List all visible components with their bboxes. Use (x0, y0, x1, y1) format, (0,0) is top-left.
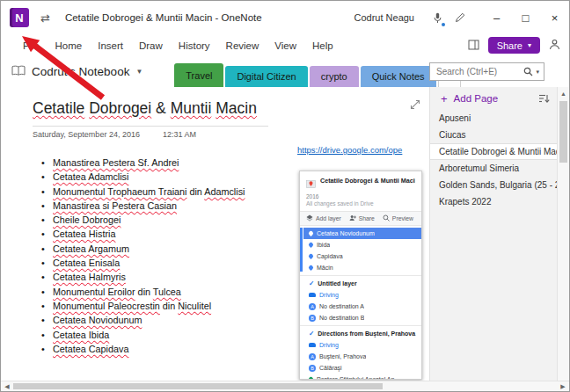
page-date[interactable]: Saturday, September 24, 2016 (33, 130, 140, 139)
list-item[interactable]: •Monumentul Eroilor din Tulcea (40, 285, 245, 299)
page-list-item[interactable]: Krapets 2022 (430, 193, 557, 210)
sort-pages-icon[interactable] (538, 94, 550, 104)
map-layer-header: ✓Directions from Buşteni, Prahova ... (300, 327, 421, 339)
scroll-up-button[interactable]: ▲ (558, 87, 569, 99)
map-layer-list: Cetatea NoviodunumIbidaCapidavaMăcin✓Unt… (300, 226, 421, 380)
menu-review[interactable]: Review (218, 40, 267, 51)
section-tabs: TravelDigital CitizencryptoQuick Notes+ (174, 56, 460, 87)
list-item[interactable]: •Cetatea Noviodunum (40, 313, 245, 327)
share-button[interactable]: Share ▾ (488, 37, 540, 54)
vertical-scrollbar[interactable]: ▲ (557, 87, 569, 381)
bullet-icon: • (40, 342, 47, 356)
chevron-down-icon: ▼ (135, 68, 142, 76)
page-list-item[interactable]: Golden Sands, Bulgaria (25 - 28 m (430, 177, 557, 193)
page-title[interactable]: Cetatile Dobrogei & Muntii Macin (33, 99, 257, 118)
horizontal-scroll-thumb[interactable] (13, 383, 383, 389)
page-list-item[interactable]: Ciucas (430, 127, 557, 143)
map-toolbar-add-layer: Add layer (306, 214, 341, 222)
onenote-logo-icon[interactable]: N (10, 8, 29, 27)
list-item[interactable]: •Monumentul Paleocrestin din Niculitel (40, 299, 245, 313)
page-list-item-selected[interactable]: Cetatile Dobrogei & Muntii Macin (430, 143, 557, 160)
add-page-button[interactable]: + Add Page (430, 87, 557, 110)
share-button-label: Share (497, 40, 522, 51)
checkbox-icon: ✓ (309, 330, 314, 338)
menu-insert[interactable]: Insert (90, 40, 131, 51)
bullet-icon: • (40, 299, 47, 313)
back-forward-nav-icon[interactable]: ⇄ (40, 11, 50, 25)
close-button[interactable]: × (540, 1, 569, 34)
drive-link[interactable]: https://drive.google.com/ope (297, 145, 402, 155)
page-list-item[interactable]: Apuseni (430, 110, 557, 127)
section-tab-quick-notes[interactable]: Quick Notes (361, 66, 436, 87)
car-icon (309, 293, 316, 297)
list-item[interactable]: •Cetatea Enisala (40, 256, 245, 270)
map-route-stop: ABuşteni, Prahova (300, 351, 421, 362)
notebook-icon (11, 64, 26, 80)
user-account[interactable]: Codrut Neagu (354, 12, 415, 23)
page-canvas[interactable]: Cetatile Dobrogei & Muntii Macin Saturda… (1, 87, 429, 381)
search-scope-chevron-icon[interactable]: ▾ (536, 69, 539, 76)
menu-history[interactable]: History (171, 40, 218, 51)
vertical-scroll-thumb[interactable] (559, 101, 567, 163)
page-time[interactable]: 12:31 AM (163, 130, 196, 139)
preview-icon (383, 214, 390, 222)
dictate-mic-icon[interactable] (426, 1, 449, 34)
minimize-button[interactable]: – (482, 1, 511, 34)
user-presence-icon[interactable] (549, 38, 560, 54)
add-page-label: Add Page (454, 93, 499, 104)
maximize-button[interactable]: □ (511, 1, 540, 34)
chevron-down-icon: ▾ (528, 41, 531, 49)
section-tab-digital-citizen[interactable]: Digital Citizen (225, 66, 307, 87)
list-item[interactable]: •Cetatea Halmyris (40, 270, 245, 284)
section-tab-travel[interactable]: Travel (174, 63, 223, 87)
page-view-icon[interactable] (468, 38, 479, 54)
list-item[interactable]: •Cheile Dobrogei (40, 213, 245, 227)
bullet-icon: • (40, 328, 47, 342)
menu-help[interactable]: Help (304, 40, 341, 51)
title-divider (33, 126, 268, 127)
section-tab-crypto[interactable]: crypto (310, 66, 359, 87)
divider (300, 325, 421, 326)
search-box[interactable]: ▾ (429, 62, 544, 81)
menu-draw[interactable]: Draw (131, 40, 171, 51)
onenote-window: N ⇄ Cetatile Dobrogei & Muntii Macin - O… (0, 0, 570, 392)
list-item[interactable]: •Manastirea Pestera Sf. Andrei (40, 156, 245, 170)
map-header: Cetatile Dobrogei & Muntii Macin (300, 171, 421, 193)
bullet-icon: • (40, 256, 47, 270)
search-input[interactable] (436, 67, 521, 76)
menu-view[interactable]: View (267, 40, 304, 51)
notebook-switcher[interactable]: Codrut's Notebook ▼ (1, 64, 142, 80)
search-icon[interactable] (523, 64, 533, 80)
pen-icon[interactable] (449, 1, 471, 34)
list-item[interactable]: •Manastirea si Pestera Casian (40, 199, 245, 213)
list-item[interactable]: •Cetatea Capidava (40, 342, 245, 356)
scroll-right-button[interactable]: ▶ (557, 381, 569, 391)
list-item[interactable]: •Monumentul Trophaeum Traiani din Adamcl… (40, 185, 245, 199)
page-list-item[interactable]: Arboretumul Simeria (430, 160, 557, 177)
stop-letter-icon: B (309, 365, 316, 372)
stop-letter-icon: B (309, 315, 316, 322)
stop-letter-icon: A (309, 353, 316, 360)
page-date-row: Saturday, September 24, 2016 12:31 AM (33, 130, 196, 139)
layers-icon (306, 214, 313, 222)
list-item[interactable]: •Cetatea Histria (40, 227, 245, 241)
menu-home[interactable]: Home (48, 40, 91, 51)
menu-file[interactable]: File (15, 40, 48, 51)
list-item[interactable]: •Cetatea Argamum (40, 242, 245, 256)
expand-page-icon[interactable] (410, 98, 420, 113)
notebook-name: Codrut's Notebook (32, 65, 129, 78)
scroll-left-button[interactable]: ◀ (1, 381, 13, 391)
bullet-icon: • (40, 242, 47, 256)
map-driving-mode: Driving (300, 339, 421, 351)
mic-status-dot (442, 23, 445, 26)
list-item[interactable]: •Cetatea Ibida (40, 328, 245, 342)
horizontal-scrollbar[interactable]: ◀ ▶ (1, 381, 569, 391)
list-item[interactable]: •Cetatea Adamclisi (40, 170, 245, 184)
map-item-selected: Cetatea Noviodunum (303, 228, 421, 239)
stop-letter-icon: A (309, 303, 316, 310)
bullet-icon: • (40, 185, 47, 199)
embedded-map-preview[interactable]: Cetatile Dobrogei & Muntii Macin 2016 Al… (299, 171, 422, 380)
map-item: Pestera Sfântului Apostol An... (300, 374, 421, 380)
map-pin-icon (308, 230, 314, 236)
bullet-icon: • (40, 213, 47, 227)
